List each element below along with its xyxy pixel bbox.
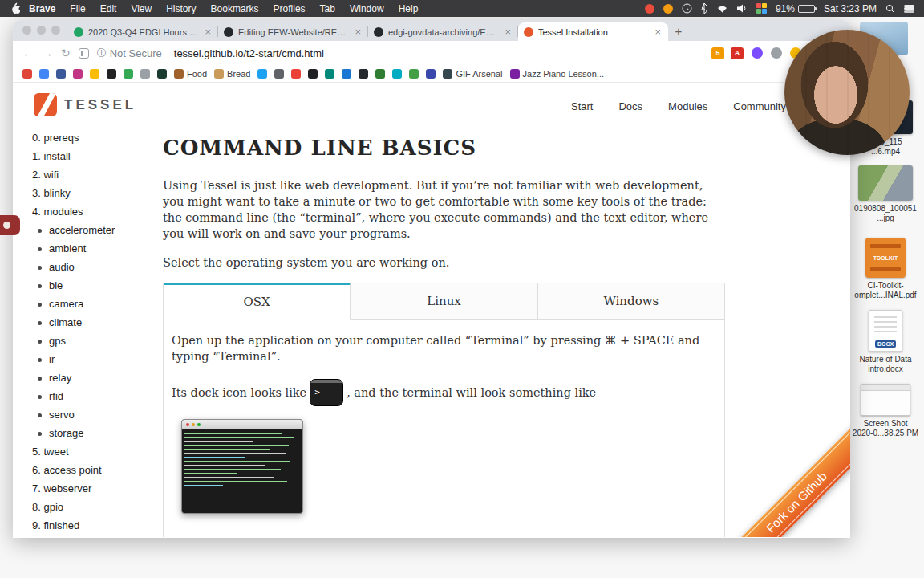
sidebar-item-modules[interactable]: 4. modules [32, 206, 156, 218]
bookmark-item[interactable] [308, 69, 318, 79]
security-chip[interactable]: ⓘ Not Secure [97, 47, 162, 60]
sidebar-subitem-ir[interactable]: ir [38, 354, 156, 365]
menu-item-history[interactable]: History [159, 3, 203, 14]
extension-icon-1[interactable] [752, 47, 763, 59]
sidebar-subitem-storage[interactable]: storage [38, 428, 156, 439]
bookmark-item[interactable] [39, 69, 49, 79]
bookmark-item[interactable]: Food [174, 69, 207, 79]
menu-item-window[interactable]: Window [342, 3, 391, 14]
bookmark-item[interactable] [426, 69, 436, 79]
nav-docs[interactable]: Docs [618, 100, 642, 112]
nav-modules[interactable]: Modules [668, 100, 707, 112]
sidebar-subitem-ambient[interactable]: ambient [38, 243, 156, 254]
desktop-icon-docx[interactable]: DOCX Nature of Dataintro.docx [852, 310, 919, 374]
url-field[interactable]: ⓘ Not Secure tessel.github.io/t2-start/c… [97, 47, 744, 60]
bookmark-item[interactable] [22, 69, 32, 79]
zoom-window-button[interactable] [51, 26, 60, 35]
bookmark-item[interactable] [342, 69, 351, 79]
bookmark-item[interactable] [291, 69, 301, 79]
sidebar-item-prereqs[interactable]: 0. prereqs [32, 132, 156, 144]
volume-icon[interactable] [737, 4, 748, 13]
bookmark-item[interactable]: Bread [214, 69, 250, 79]
sidebar-item-wifi[interactable]: 2. wifi [32, 169, 156, 181]
bookmark-item[interactable]: Jazz Piano Lesson... [510, 69, 605, 79]
new-tab-button[interactable]: + [668, 24, 689, 41]
tab-linux[interactable]: Linux [351, 283, 537, 320]
rewards-badge[interactable]: 5 [711, 47, 724, 59]
sidebar-item-tweet[interactable]: 5. tweet [32, 446, 156, 458]
back-button[interactable]: ← [22, 47, 34, 59]
bookmark-item[interactable] [140, 69, 150, 79]
menu-item-profiles[interactable]: Profiles [266, 3, 313, 14]
display-settings-icon[interactable] [756, 3, 767, 14]
tab-close-icon[interactable]: × [203, 26, 213, 38]
menu-item-help[interactable]: Help [391, 3, 426, 14]
nav-community[interactable]: Community [733, 100, 786, 112]
sidebar-subitem-climate[interactable]: climate [38, 317, 156, 328]
browser-tab-1[interactable]: 2020 Q3-Q4 EDGI Hours - Goo... × [68, 22, 218, 41]
sidebar-item-webserver[interactable]: 7. webserver [32, 483, 156, 495]
menubar-clock[interactable]: Sat 3:23 PM [824, 3, 877, 14]
sidebar-subitem-rfid[interactable]: rfid [38, 391, 156, 402]
fork-on-github-ribbon[interactable]: Fork on Github [715, 421, 850, 537]
sidebar-subitem-audio[interactable]: audio [38, 262, 156, 273]
sidebar-item-gpio[interactable]: 8. gpio [32, 502, 156, 513]
forward-button[interactable]: → [42, 47, 53, 59]
bluetooth-icon[interactable] [701, 3, 707, 14]
battery-indicator[interactable]: 91% [776, 3, 815, 14]
menu-item-tab[interactable]: Tab [313, 3, 342, 14]
browser-tab-2[interactable]: Editing EEW-Website/README... × [218, 22, 368, 41]
control-center-icon[interactable] [904, 5, 914, 13]
sidebar-item-blinky[interactable]: 3. blinky [32, 188, 156, 199]
bookmark-item[interactable] [157, 69, 167, 79]
bookmark-item[interactable] [274, 69, 284, 79]
reload-button[interactable]: ↻ [61, 47, 71, 59]
browser-tab-4-active[interactable]: Tessel Installation × [518, 22, 668, 41]
sidebar-item-finished[interactable]: 9. finished [32, 520, 156, 531]
bookmark-item[interactable] [90, 69, 99, 79]
bookmark-item[interactable] [375, 69, 385, 79]
apple-menu-icon[interactable] [10, 2, 21, 14]
reading-list-icon[interactable] [79, 48, 89, 59]
browser-tab-3[interactable]: edgi-govdata-archiving/EEW-W... × [368, 22, 518, 41]
tab-close-icon[interactable]: × [653, 26, 663, 38]
status-app-icon-orange[interactable] [663, 4, 673, 14]
bookmark-item[interactable]: GIF Arsenal [443, 69, 502, 79]
tessel-logo[interactable]: TESSEL [34, 93, 136, 116]
menu-item-edit[interactable]: Edit [93, 3, 124, 14]
extension-badge[interactable]: A [731, 47, 744, 59]
bookmark-item[interactable] [325, 69, 334, 79]
extension-icon-2[interactable] [771, 47, 782, 59]
sidebar-item-access-point[interactable]: 6. access point [32, 465, 156, 476]
status-app-icon-red[interactable] [645, 4, 654, 14]
bookmark-item[interactable] [124, 69, 133, 79]
bookmark-item[interactable] [409, 69, 419, 79]
sidebar-subitem-accelerometer[interactable]: accelerometer [38, 225, 156, 236]
sidebar-subitem-gps[interactable]: gps [38, 336, 156, 347]
nav-start[interactable]: Start [571, 100, 593, 112]
bookmark-item[interactable] [107, 69, 116, 79]
spotlight-search-icon[interactable] [886, 4, 895, 14]
sidebar-item-install[interactable]: 1. install [32, 151, 156, 162]
bookmark-item[interactable] [257, 69, 267, 79]
bookmark-item[interactable] [73, 69, 83, 79]
sidebar-subitem-relay[interactable]: relay [38, 372, 156, 384]
edge-flag-tab[interactable] [0, 215, 20, 235]
desktop-icon-pdf[interactable]: TOOLKIT CI-Toolkit-omplet...INAL.pdf [852, 238, 919, 300]
close-window-button[interactable] [22, 26, 31, 35]
clock-app-icon[interactable] [682, 3, 692, 14]
sidebar-subitem-servo[interactable]: servo [38, 409, 156, 421]
bookmark-item[interactable] [392, 69, 402, 79]
menu-item-brave[interactable]: Brave [26, 3, 63, 14]
sidebar-subitem-camera[interactable]: camera [38, 299, 156, 310]
minimize-window-button[interactable] [37, 26, 46, 35]
bookmark-item[interactable] [359, 69, 368, 79]
menu-item-file[interactable]: File [63, 3, 92, 14]
wifi-icon[interactable] [716, 4, 728, 13]
tab-windows[interactable]: Windows [538, 283, 725, 320]
desktop-icon-screenshot[interactable]: Screen Shot2020-0...38.25 PM [852, 384, 919, 438]
tab-close-icon[interactable]: × [503, 26, 513, 38]
menu-item-bookmarks[interactable]: Bookmarks [204, 3, 266, 14]
tab-close-icon[interactable]: × [353, 26, 363, 38]
desktop-icon-photo[interactable]: 0190808_100051...jpg [852, 165, 919, 223]
